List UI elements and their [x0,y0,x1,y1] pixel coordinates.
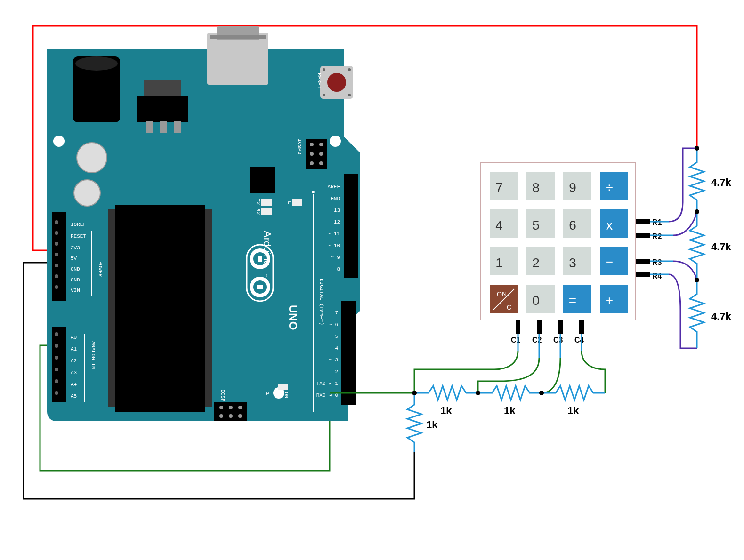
svg-text:GND: GND [71,277,80,283]
icsp2-label: ICSP2 [297,139,302,154]
left-power-header [52,212,66,301]
svg-text:TX0 ▸ 1: TX0 ▸ 1 [316,381,339,386]
svg-text:~ 3: ~ 3 [329,357,338,363]
resistor-r-top [690,148,704,212]
svg-point-27 [77,143,107,173]
left-analog-header [52,327,66,402]
svg-rect-122 [579,320,584,334]
svg-rect-31 [205,209,212,407]
svg-rect-106 [526,247,555,275]
svg-rect-10 [144,80,181,96]
svg-rect-108 [600,247,628,275]
svg-point-28 [74,180,100,206]
keypad: 7 8 9 ÷ 4 5 6 x 1 2 3 − ON C 0 = + R1 R2… [480,162,662,344]
svg-point-42 [229,414,233,418]
svg-point-61 [55,231,58,235]
svg-point-22 [319,143,323,146]
svg-text:AREF: AREF [328,184,340,190]
res-r-3: 4.7k [711,311,732,322]
svg-text:7: 7 [335,310,338,316]
svg-rect-29 [115,205,205,412]
svg-text:A3: A3 [71,370,77,376]
svg-rect-20 [306,139,327,169]
svg-text:8: 8 [337,266,340,272]
svg-text:RESET: RESET [71,233,86,239]
svg-rect-11 [146,121,153,133]
key-3: 3 [569,256,576,270]
arduino-uno: RESET ICSP2 TX RX L ON 1 ICSP Arduino ™ … [47,26,360,421]
res-c-2: 1k [504,405,516,416]
key-7: 7 [495,180,503,195]
key-9: 9 [569,180,576,195]
res-r-1: 4.7k [711,176,732,188]
svg-rect-6 [210,35,266,39]
svg-rect-9 [137,96,188,122]
svg-point-43 [238,414,242,418]
svg-text:A4: A4 [71,382,77,387]
svg-text:~ 5: ~ 5 [329,334,338,339]
res-c-3: 1k [567,405,579,416]
right-bot-header [341,301,356,405]
analog-label: ANALOG IN [90,341,96,369]
svg-point-127 [476,391,480,395]
one-label: 1 [265,392,270,395]
svg-rect-49 [258,256,262,262]
svg-rect-112 [526,285,555,313]
svg-point-64 [55,264,58,267]
svg-point-23 [310,152,314,156]
resistor-c-1 [414,386,478,400]
svg-text:~ 9: ~ 9 [331,255,340,260]
svg-rect-4 [207,33,268,85]
svg-rect-98 [526,172,555,200]
c2-label: C2 [532,336,542,344]
svg-point-24 [319,152,323,156]
res-r-2: 4.7k [711,241,732,253]
resistor-c-3 [542,386,605,400]
svg-point-75 [55,344,58,348]
svg-point-60 [55,220,58,224]
arduino-tm: ™ [262,274,268,277]
svg-point-16 [323,68,325,71]
svg-rect-114 [600,285,628,313]
svg-rect-104 [600,209,628,238]
svg-point-25 [310,161,314,165]
svg-rect-117 [636,259,650,264]
svg-rect-115 [636,219,650,224]
svg-rect-32 [250,167,275,193]
svg-text:~ 10: ~ 10 [328,243,340,248]
svg-rect-105 [490,247,518,275]
svg-rect-34 [261,208,272,215]
svg-text:A5: A5 [71,393,77,399]
svg-point-79 [55,391,58,395]
svg-point-15 [327,73,346,92]
arduino-model: UNO [287,305,299,330]
svg-text:4: 4 [335,345,338,351]
svg-text:A1: A1 [71,346,77,352]
svg-text:~ 6: ~ 6 [329,322,338,328]
svg-text:A2: A2 [71,358,77,364]
digital-label: DIGITAL (PWM=~) [319,279,324,325]
svg-text:VIN: VIN [71,288,80,293]
svg-point-18 [323,94,325,96]
svg-text:3V3: 3V3 [71,245,80,251]
icsp-label: ICSP [220,389,226,402]
svg-point-41 [219,414,223,418]
svg-rect-100 [600,172,628,200]
svg-point-128 [539,391,544,395]
svg-point-66 [55,285,58,289]
svg-point-123 [695,146,699,151]
svg-text:5V: 5V [71,256,77,261]
circuit-diagram: RESET ICSP2 TX RX L ON 1 ICSP Arduino ™ … [0,0,744,560]
svg-rect-121 [558,320,563,334]
r3-label: R3 [652,258,662,266]
svg-rect-12 [160,121,167,133]
svg-text:A0: A0 [71,335,77,340]
svg-point-74 [55,332,58,336]
svg-point-76 [55,356,58,360]
svg-rect-102 [526,209,555,238]
svg-rect-30 [108,209,115,407]
svg-point-77 [55,368,58,371]
svg-rect-97 [490,172,518,200]
svg-text:~ 11: ~ 11 [328,231,340,237]
svg-text:GND: GND [71,266,80,272]
